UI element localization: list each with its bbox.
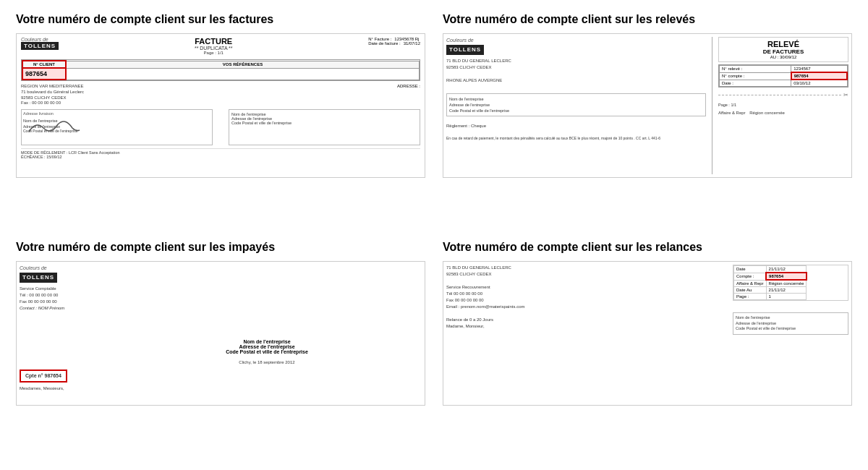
q4-title: Votre numéro de compte client sur les re… [443, 241, 852, 254]
q4-cp-ent: Code Postal et ville de l'entreprise [736, 326, 846, 332]
q4-right: Date 21/11/12 Compte : 987654 Affaire & … [733, 265, 848, 402]
signature-squiggle [25, 117, 83, 139]
q3-addr-cp: Code Postal et ville de l'entreprise [226, 349, 308, 354]
tel-q3: Tél : 00 00 00 00 00 [20, 292, 106, 299]
q3-city-date: Clichy, le 18 septembre 2012 [239, 360, 294, 364]
logo-brand-r: TOLLENS [446, 45, 484, 55]
releve-title-block: RELEVÉ DE FACTURES AU : 30/09/12 [718, 37, 848, 62]
client-table: N° CLIENT VOS RÉFÉRENCES 987654 [21, 59, 420, 81]
quadrant-releves: Votre numéro de compte client sur les re… [434, 7, 861, 235]
vertical-divider [712, 37, 712, 174]
reglement-label: Règlement : Cheque [446, 123, 706, 129]
releve-au: AU : 30/09/12 [723, 55, 843, 59]
scissors-divider: ✂ [718, 92, 848, 98]
cpte-label: Cpte n° [25, 373, 43, 378]
address-label: ADRESSE : [397, 84, 420, 106]
reglement-block: MODE DE RÈGLEMENT : LCR Client Sans Acce… [21, 148, 420, 159]
q4-relance-text: Relance de 0 a 20 Jours [446, 317, 727, 323]
logo-top-r: Couleurs de [446, 37, 474, 45]
page-info: Page : 1/1 [718, 103, 848, 107]
releve-addr2: 92583 CLICHY CEDEX [446, 64, 706, 71]
releve-cp: Code Postal et ville de l'entreprise [449, 108, 703, 114]
releve-addr1: 71 BLD DU GENERAL LECLERC [446, 58, 706, 64]
bottom-text-q3: Mesdames, Messieurs, [20, 385, 106, 392]
q4-nom-ent: Nom de l'entreprise [736, 315, 846, 321]
page-val-q4: 1 [766, 294, 807, 300]
facture-info-table: N° Facture : 12345678 Rj Date de facture… [368, 37, 420, 46]
region-cp: 92583 CLICHY CEDEX [21, 95, 84, 101]
enterprise-address: Nom de l'entreprise Adresse de l'entrepr… [229, 109, 420, 145]
impayes-document: Couleurs de TOLLENS Service Comptable Té… [16, 261, 425, 406]
q4-addr1: 71 BLD DU GENERAL LECLERC [446, 265, 727, 271]
q4-addr2: 92583 CLICHY CEDEX [446, 271, 727, 278]
n-client-header: N° CLIENT [22, 61, 66, 68]
logo-top: Couleurs de [21, 37, 48, 42]
releve-addr-box: Nom de l'entreprise Adresse de l'entrepr… [446, 93, 706, 117]
date-label-r: Date : [720, 80, 791, 87]
date-label-q4: Date [734, 266, 767, 273]
region-text: REGION VAR MEDITERRANEE [21, 84, 84, 90]
q4-ent-addr: Nom de l'entreprise Adresse de l'entrepr… [733, 312, 848, 335]
livraison-label: Adresse livraison [22, 110, 212, 117]
region-label: Région concernée [749, 111, 785, 115]
releve-container: Couleurs de TOLLENS 71 BLD DU GENERAL LE… [443, 34, 851, 177]
address-block: Adresse livraison Nom de l'entreprise Ad… [17, 108, 425, 147]
q4-email: Email : prenom.nom@materispaints.com [446, 304, 727, 310]
compte-val-q4: 987654 [766, 273, 807, 280]
q4-service: Service Recouvrement [446, 284, 727, 291]
tollens-logo-releve: Couleurs de TOLLENS [446, 37, 706, 55]
releve-info-table: N° relevé : 1234567 N° compte : 987654 D… [718, 64, 848, 87]
region-info: REGION VAR MEDITERRANEE 71 boulevard du … [21, 84, 84, 106]
ref-value [66, 68, 420, 80]
page-label-q4: Page : [734, 294, 767, 300]
date-au-label-q4: Date Au [734, 287, 767, 294]
region-label-q4: Région concernée [766, 280, 807, 287]
facture-page: Page : 1/1 [195, 51, 233, 55]
q3-title: Votre numéro de compte client sur les im… [16, 241, 425, 254]
q3-center: Nom de l'entreprise Adresse de l'entrepr… [112, 265, 422, 402]
n-compte-label: N° compte : [720, 72, 791, 80]
q4-layout: 71 BLD DU GENERAL LECLERC 92583 CLICHY C… [443, 262, 851, 405]
echeance: ÉCHÉANCE : 15/09/12 [21, 155, 420, 159]
releve-main-title: RELEVÉ [723, 40, 843, 48]
facture-title-block: FACTURE ** DUPLICATA ** Page : 1/1 [195, 37, 233, 55]
cpte-box: Cpte n° 987654 [20, 369, 67, 383]
facture-duplicata: ** DUPLICATA ** [195, 46, 233, 51]
tollens-logo-q3: Couleurs de TOLLENS [20, 265, 106, 283]
n-releve-val: 1234567 [791, 66, 847, 73]
facture-header: Couleurs de TOLLENS FACTURE ** DUPLICATA… [17, 34, 425, 58]
livraison-block: Adresse livraison Nom de l'entreprise Ad… [21, 109, 213, 145]
service-q3: Service Comptable [20, 286, 106, 292]
releve-document: Couleurs de TOLLENS 71 BLD DU GENERAL LE… [443, 33, 852, 178]
quadrant-relances: Votre numéro de compte client sur les re… [434, 235, 861, 463]
date-val-q4: 21/11/12 [766, 266, 807, 273]
q3-left: Couleurs de TOLLENS Service Comptable Té… [20, 265, 106, 402]
tollens-logo: Couleurs de TOLLENS [21, 37, 59, 50]
releve-right: RELEVÉ DE FACTURES AU : 30/09/12 N° rele… [718, 37, 848, 174]
releve-left: Couleurs de TOLLENS 71 BLD DU GENERAL LE… [446, 37, 706, 174]
page-container: Votre numéro de compte client sur les fa… [0, 0, 868, 470]
contact-q3: Contact : NOM Prénom [20, 305, 106, 312]
quadrant-factures: Votre numéro de compte client sur les fa… [7, 7, 434, 235]
q3-addr-nom: Nom de l'entreprise [243, 339, 290, 344]
penalite-text: En cas de retard de paiement, le montant… [446, 136, 706, 142]
q4-tel: Tél 00 00 00 00 00 [446, 291, 727, 297]
n-compte-val: 987654 [791, 72, 847, 80]
quadrant-impayes: Votre numéro de compte client sur les im… [7, 235, 434, 463]
date-val-r: 03/10/12 [791, 80, 847, 87]
q3-addr-addr: Adresse de l'entreprise [239, 344, 294, 349]
q1-title: Votre numéro de compte client sur les fa… [16, 13, 425, 26]
date-label: Date de facture : [368, 41, 400, 46]
client-value: 987654 [22, 68, 66, 80]
q4-bottom-text: Madame, Monsieur, [446, 323, 727, 330]
releve-sub-title: DE FACTURES [723, 48, 843, 55]
date-val: 31/07/12 [404, 41, 420, 46]
facture-document: Couleurs de TOLLENS FACTURE ** DUPLICATA… [16, 33, 425, 178]
releve-region: RHONE ALPES AUVERGNE [446, 77, 706, 84]
releve-addr: Adresse de l'entreprise [449, 102, 703, 108]
compte-label-q4: Compte : [734, 273, 767, 280]
relance-header-table: Date 21/11/12 Compte : 987654 Affaire & … [733, 265, 848, 301]
logo-brand-q3: TOLLENS [20, 273, 57, 283]
cpte-val: 987654 [45, 373, 61, 378]
ent-cp: Code Postal et ville de l'entreprise [231, 121, 417, 125]
